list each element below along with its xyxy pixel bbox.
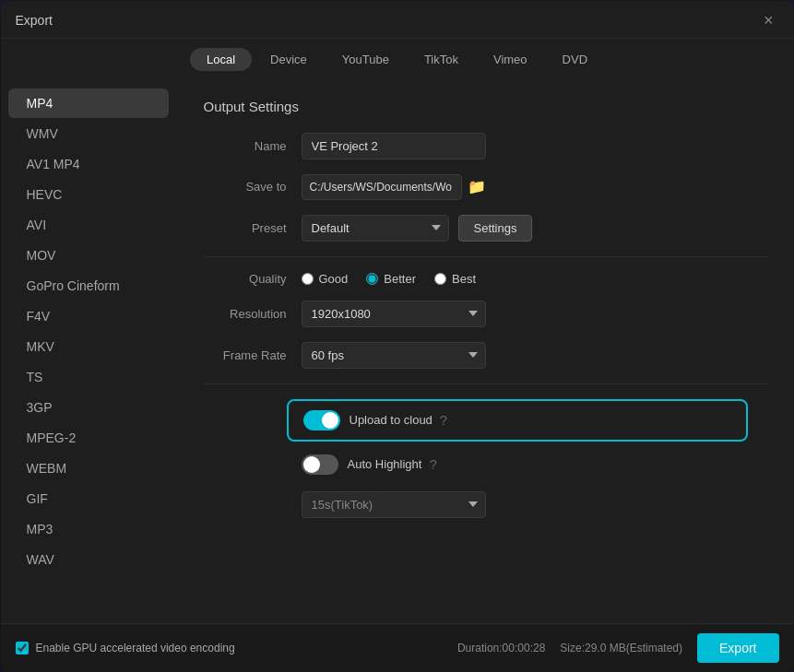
quality-better-radio[interactable] xyxy=(366,273,378,285)
export-button[interactable]: Export xyxy=(697,633,778,663)
resolution-row: Resolution 1920x1080 1280x720 3840x2160 xyxy=(204,301,766,327)
quality-good-label[interactable]: Good xyxy=(302,272,349,286)
tab-vimeo[interactable]: Vimeo xyxy=(477,48,544,71)
sidebar-item-ts[interactable]: TS xyxy=(8,362,169,392)
tab-youtube[interactable]: YouTube xyxy=(326,48,406,71)
gpu-checkbox[interactable] xyxy=(16,642,29,654)
quality-good-radio[interactable] xyxy=(302,273,314,285)
resolution-select[interactable]: 1920x1080 1280x720 3840x2160 xyxy=(302,301,486,327)
quality-better-text: Better xyxy=(384,272,416,286)
preset-label: Preset xyxy=(204,221,287,235)
quality-best-radio[interactable] xyxy=(434,273,446,285)
resolution-label: Resolution xyxy=(204,307,287,321)
sidebar-item-3gp[interactable]: 3GP xyxy=(8,393,169,422)
gpu-label-text: Enable GPU accelerated video encoding xyxy=(36,642,235,654)
sidebar-item-hevc[interactable]: HEVC xyxy=(8,180,169,209)
name-input[interactable] xyxy=(302,133,486,159)
size-label: Size:29.0 MB(Estimated) xyxy=(560,642,682,654)
settings-button[interactable]: Settings xyxy=(458,215,533,242)
sidebar-item-gif[interactable]: GIF xyxy=(8,484,169,513)
gpu-checkbox-label[interactable]: Enable GPU accelerated video encoding xyxy=(16,642,235,654)
quality-best-text: Best xyxy=(452,272,476,286)
save-to-path: C:/Users/WS/Documents/Wo xyxy=(302,174,462,200)
dialog-title: Export xyxy=(16,13,53,28)
output-settings-panel: Output Settings Name Save to C:/Users/WS… xyxy=(176,80,794,623)
preset-controls: Default High Quality Fast Encode Setting… xyxy=(302,215,533,242)
quality-good-text: Good xyxy=(319,272,349,286)
save-to-label: Save to xyxy=(204,180,287,194)
sidebar-item-wav[interactable]: WAV xyxy=(8,545,169,574)
auto-highlight-row: Auto Highlight ? xyxy=(302,454,766,475)
section-title: Output Settings xyxy=(204,99,766,114)
format-sidebar: MP4 WMV AV1 MP4 HEVC AVI MOV GoPro Cinef… xyxy=(1,80,176,623)
sidebar-item-webm[interactable]: WEBM xyxy=(8,454,169,483)
duration-label: Duration:00:00:28 xyxy=(457,642,545,654)
quality-label: Quality xyxy=(204,272,287,286)
footer: Enable GPU accelerated video encoding Du… xyxy=(1,623,794,672)
sidebar-item-mov[interactable]: MOV xyxy=(8,241,169,270)
tab-local[interactable]: Local xyxy=(190,48,252,71)
frame-rate-select[interactable]: 60 fps 30 fps 24 fps 25 fps xyxy=(302,342,486,369)
upload-cloud-toggle[interactable] xyxy=(303,410,340,430)
preset-row: Preset Default High Quality Fast Encode … xyxy=(204,215,766,242)
sidebar-item-wmv[interactable]: WMV xyxy=(8,119,169,148)
tab-tiktok[interactable]: TikTok xyxy=(408,48,475,71)
name-row: Name xyxy=(204,133,766,159)
content-area: MP4 WMV AV1 MP4 HEVC AVI MOV GoPro Cinef… xyxy=(1,80,794,623)
tab-bar: Local Device YouTube TikTok Vimeo DVD xyxy=(1,39,794,80)
tab-device[interactable]: Device xyxy=(254,48,324,71)
sidebar-item-mp3[interactable]: MP3 xyxy=(8,514,169,544)
frame-rate-row: Frame Rate 60 fps 30 fps 24 fps 25 fps xyxy=(204,342,766,369)
auto-highlight-duration-select[interactable]: 15s(TikTok) 30s 60s xyxy=(302,491,486,518)
save-to-row: Save to C:/Users/WS/Documents/Wo 📁 xyxy=(204,174,766,200)
tab-dvd[interactable]: DVD xyxy=(546,48,604,71)
sidebar-item-av1mp4[interactable]: AV1 MP4 xyxy=(8,149,169,179)
sidebar-item-mpeg2[interactable]: MPEG-2 xyxy=(8,423,169,453)
auto-highlight-toggle[interactable] xyxy=(302,454,338,475)
quality-row: Quality Good Better Best xyxy=(204,272,766,286)
upload-cloud-help-icon[interactable]: ? xyxy=(440,412,447,428)
quality-options: Good Better Best xyxy=(302,272,477,286)
title-bar: Export × xyxy=(1,1,794,39)
sidebar-item-f4v[interactable]: F4V xyxy=(8,301,169,331)
quality-best-label[interactable]: Best xyxy=(434,272,476,286)
browse-folder-button[interactable]: 📁 xyxy=(468,178,486,195)
divider-2 xyxy=(204,383,766,384)
preset-select[interactable]: Default High Quality Fast Encode xyxy=(302,215,449,242)
export-dialog: Export × Local Device YouTube TikTok Vim… xyxy=(1,1,794,672)
sidebar-item-mp4[interactable]: MP4 xyxy=(8,88,169,118)
upload-cloud-label: Upload to cloud xyxy=(350,413,433,427)
auto-highlight-help-icon[interactable]: ? xyxy=(429,456,436,472)
save-to-field: C:/Users/WS/Documents/Wo 📁 xyxy=(302,174,486,200)
toggle-thumb xyxy=(322,412,338,429)
upload-cloud-row: Upload to cloud ? xyxy=(287,399,748,442)
auto-highlight-thumb xyxy=(303,456,320,473)
quality-better-label[interactable]: Better xyxy=(366,272,416,286)
sidebar-item-gopro[interactable]: GoPro Cineform xyxy=(8,271,169,301)
name-label: Name xyxy=(204,139,287,153)
divider-1 xyxy=(204,256,766,257)
auto-highlight-label: Auto Highlight xyxy=(348,457,422,471)
sidebar-item-avi[interactable]: AVI xyxy=(8,210,169,240)
close-button[interactable]: × xyxy=(758,10,779,30)
sidebar-item-mkv[interactable]: MKV xyxy=(8,332,169,361)
frame-rate-label: Frame Rate xyxy=(204,348,287,362)
